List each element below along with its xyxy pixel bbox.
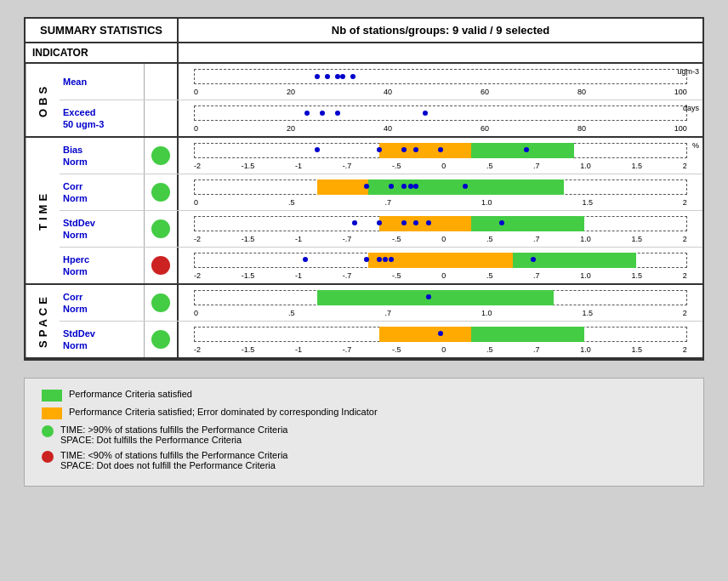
legend-circle-green — [42, 425, 54, 437]
time-corr-chart: 0 .5 .7 1.0 1.5 2 — [179, 174, 702, 210]
indicator-cell: INDICATOR — [26, 43, 179, 62]
time-corr-circle — [151, 183, 170, 202]
time-hperc-icon — [145, 248, 179, 283]
time-corr-label: CorrNorm — [60, 174, 145, 210]
time-section-rows: BiasNorm — [60, 138, 702, 283]
legend-circle-red-text: TIME: <90% of stations fulfills the Perf… — [60, 450, 287, 470]
time-corr-icon — [145, 174, 179, 210]
space-stddev-row: StdDevNorm -2 -1.5 -1 -.7 — [60, 322, 702, 357]
legend-item-green: Performance Criteria satisfied — [42, 389, 686, 402]
legend-orange-box — [42, 407, 62, 419]
space-stddev-circle — [151, 330, 170, 349]
space-section-rows: CorrNorm 0 .5 .7 1.0 1.5 — [60, 285, 702, 357]
time-bias-icon — [145, 138, 179, 174]
header-row: SUMMARY STATISTICS Nb of stations/groups… — [26, 19, 702, 43]
space-corr-row: CorrNorm 0 .5 .7 1.0 1.5 — [60, 285, 702, 322]
space-section-label: SPACE — [26, 285, 60, 357]
obs-exceed-chart: 0 20 40 60 80 100 days — [179, 100, 702, 136]
obs-exceed-row: Exceed50 ugm-3 0 20 40 — [60, 100, 702, 136]
time-stddev-chart: -2 -1.5 -1 -.7 -.5 0 .5 .7 1.0 1.5 2 — [179, 211, 702, 247]
space-corr-chart: 0 .5 .7 1.0 1.5 2 — [179, 285, 702, 321]
indicator-label: INDICATOR — [32, 47, 88, 59]
time-hperc-chart: -2 -1.5 -1 -.7 -.5 0 .5 .7 1.0 1.5 2 — [179, 248, 702, 283]
time-bias-circle — [151, 146, 170, 165]
time-stddev-label: StdDevNorm — [60, 211, 145, 247]
time-hperc-row: HpercNorm — [60, 248, 702, 283]
legend-green-text: Performance Criteria satisfied — [69, 389, 192, 399]
time-stddev-row: StdDevNorm — [60, 211, 702, 248]
obs-mean-chart: 0 20 40 60 80 100 ugm-3 — [179, 64, 702, 100]
space-corr-label: CorrNorm — [60, 285, 145, 321]
time-stddev-circle — [151, 219, 170, 238]
time-section-label: TIME — [26, 138, 60, 283]
legend-item-orange: Performance Criteria satisfied; Error do… — [42, 407, 686, 419]
legend-circle-red — [42, 451, 54, 463]
obs-exceed-icon-placeholder — [145, 100, 179, 136]
time-bias-chart: -2 -1.5 -1 -.7 -.5 0 .5 .7 1.0 1.5 2 % — [179, 138, 702, 174]
space-corr-circle — [151, 293, 170, 312]
legend: Performance Criteria satisfied Performan… — [24, 378, 704, 487]
time-hperc-label: HpercNorm — [60, 248, 145, 283]
obs-section-label: OBS — [26, 64, 60, 136]
legend-orange-text: Performance Criteria satisfied; Error do… — [69, 407, 378, 417]
legend-item-circle-red: TIME: <90% of stations fulfills the Perf… — [42, 450, 686, 470]
legend-circle-green-text: TIME: >90% of stations fulfills the Perf… — [60, 424, 287, 445]
obs-mean-icon-placeholder — [145, 64, 179, 100]
legend-green-box — [42, 390, 62, 402]
indicator-row: INDICATOR — [26, 43, 702, 64]
time-bias-row: BiasNorm — [60, 138, 702, 174]
obs-section: OBS Mean 0 — [26, 64, 702, 138]
time-stddev-icon — [145, 211, 179, 247]
legend-item-circle-green: TIME: >90% of stations fulfills the Perf… — [42, 424, 686, 445]
space-stddev-chart: -2 -1.5 -1 -.7 -.5 0 .5 .7 1.0 1.5 2 — [179, 322, 702, 357]
time-corr-row: CorrNorm — [60, 174, 702, 211]
header-subtitle: Nb of stations/groups: 9 valid / 9 selec… — [179, 19, 702, 42]
header-title: SUMMARY STATISTICS — [26, 19, 179, 42]
space-stddev-label: StdDevNorm — [60, 322, 145, 357]
obs-section-rows: Mean 0 20 40 — [60, 64, 702, 136]
space-section: SPACE CorrNorm 0 .5 .7 — [26, 285, 702, 359]
stations-info: Nb of stations/groups: 9 valid / 9 selec… — [332, 24, 549, 37]
obs-mean-label: Mean — [60, 64, 145, 100]
time-bias-label: BiasNorm — [60, 138, 145, 174]
main-table: SUMMARY STATISTICS Nb of stations/groups… — [24, 17, 704, 361]
time-section: TIME BiasNorm — [26, 138, 702, 285]
obs-mean-row: Mean 0 20 40 — [60, 64, 702, 100]
space-corr-icon — [145, 285, 179, 321]
space-stddev-icon — [145, 322, 179, 357]
summary-stats-title: SUMMARY STATISTICS — [40, 24, 162, 37]
time-hperc-circle — [151, 256, 170, 275]
obs-exceed-label: Exceed50 ugm-3 — [60, 100, 145, 136]
